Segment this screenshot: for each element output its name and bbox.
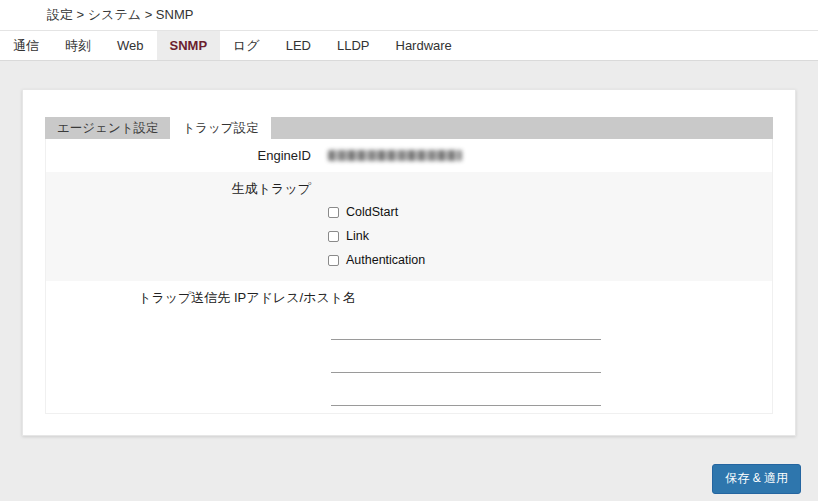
trap-option[interactable]: Authentication <box>328 248 772 272</box>
trap-checkbox[interactable] <box>328 207 339 218</box>
breadcrumb: 設定 > システム > SNMP <box>0 0 818 31</box>
trap-destination-input[interactable] <box>331 322 601 340</box>
top-tab-label: Hardware <box>396 38 452 53</box>
form-rows: EngineID 生成トラップ ColdStart Link <box>45 139 773 414</box>
trap-option[interactable]: Link <box>328 224 772 248</box>
trap-destination-label: トラップ送信先 IPアドレス/ホスト名 <box>46 289 356 307</box>
trap-checkbox-label: ColdStart <box>346 205 398 219</box>
trap-destination-input-row <box>46 347 772 380</box>
trap-option[interactable]: ColdStart <box>328 200 772 224</box>
snmp-trap-panel: エージェント設定 トラップ設定 EngineID 生成トラップ <box>45 117 773 414</box>
trap-destination-input[interactable] <box>331 355 601 373</box>
trap-destination-input-row <box>46 314 772 347</box>
engineid-row: EngineID <box>46 139 772 172</box>
engineid-label: EngineID <box>46 148 311 163</box>
trap-destination-header-row: トラップ送信先 IPアドレス/ホスト名 <box>46 281 772 314</box>
sub-tab-label: トラップ設定 <box>182 120 258 137</box>
top-tab[interactable]: Web <box>104 31 157 60</box>
top-tabbar: 通信 時刻 Web SNMP ログ LED LLDP Hardware <box>0 31 818 61</box>
generated-traps-label: 生成トラップ <box>46 179 311 272</box>
top-tab[interactable]: SNMP <box>157 31 221 60</box>
top-tab-label: LLDP <box>337 38 370 53</box>
top-tab[interactable]: 時刻 <box>52 31 104 60</box>
trap-destination-input[interactable] <box>331 388 601 406</box>
trap-checkbox-label: Link <box>346 229 369 243</box>
trap-checkbox-label: Authentication <box>346 253 425 267</box>
top-tab[interactable]: Hardware <box>383 31 465 60</box>
trap-checkbox-list: ColdStart Link Authentication <box>328 179 772 272</box>
trap-destination-input-row <box>46 380 772 413</box>
top-tab-label: LED <box>286 38 311 53</box>
trap-checkbox[interactable] <box>328 255 339 266</box>
breadcrumb-text: 設定 > システム > SNMP <box>47 6 193 24</box>
top-tab[interactable]: LLDP <box>324 31 383 60</box>
top-tab-label: 時刻 <box>65 37 91 55</box>
generated-traps-row: 生成トラップ ColdStart Link Authentication <box>46 172 772 281</box>
save-apply-button[interactable]: 保存 & 適用 <box>712 464 801 494</box>
top-tab-label: ログ <box>233 37 260 55</box>
top-tab[interactable]: ログ <box>220 31 273 60</box>
main-area: エージェント設定 トラップ設定 EngineID 生成トラップ <box>0 61 818 436</box>
top-tab-label: SNMP <box>170 38 208 53</box>
trap-checkbox[interactable] <box>328 231 339 242</box>
top-tab-label: 通信 <box>13 37 39 55</box>
sub-tab[interactable]: トラップ設定 <box>170 117 270 139</box>
top-tab[interactable]: 通信 <box>0 31 52 60</box>
top-tab[interactable]: LED <box>273 31 324 60</box>
settings-card: エージェント設定 トラップ設定 EngineID 生成トラップ <box>22 89 796 436</box>
top-tab-label: Web <box>117 38 144 53</box>
page-header: 設定 > システム > SNMP 通信 時刻 Web SNMP ログ LED L… <box>0 0 818 61</box>
sub-tab[interactable]: エージェント設定 <box>45 117 170 139</box>
sub-tabbar: エージェント設定 トラップ設定 <box>45 117 773 139</box>
sub-tab-label: エージェント設定 <box>57 120 158 137</box>
engineid-value-redacted <box>328 150 462 161</box>
